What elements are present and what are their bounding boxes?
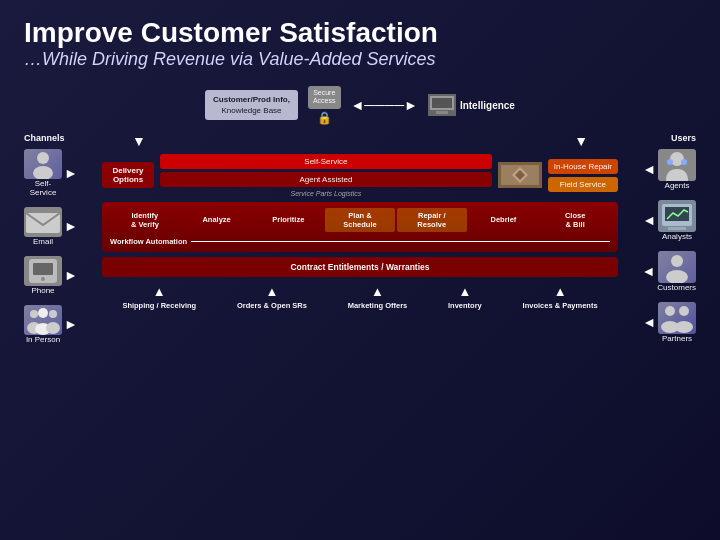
email-icon: [24, 207, 62, 237]
user-customers: ◄ Customers: [624, 251, 696, 292]
step-identify: Identify& Verify: [110, 208, 180, 232]
main-diagram: Channels Self- Service ►: [24, 133, 696, 522]
service-options-row: DeliveryOptions Self-Service Agent Assis…: [102, 154, 618, 197]
workflow-line: [191, 241, 610, 242]
step-analyze: Analyze: [182, 212, 252, 227]
slide: Improve Customer Satisfaction …While Dri…: [0, 0, 720, 540]
marketing-arrow: ▲: [371, 284, 384, 299]
step-plan: Plan &Schedule: [325, 208, 395, 232]
svg-point-26: [671, 255, 683, 267]
step-repair: Repair /Resolve: [397, 208, 467, 232]
delivery-options-label: DeliveryOptions: [102, 162, 154, 188]
agents-icon: [658, 149, 696, 181]
channel-phone: Phone ►: [24, 256, 96, 295]
inventory-arrow: ▲: [458, 284, 471, 299]
channel-in-person-label: In Person: [26, 335, 60, 344]
users-label: Users: [624, 133, 696, 143]
orders-label: Orders & Open SRs: [237, 301, 307, 310]
phone-icon: [24, 256, 62, 286]
bidirectional-arrow: ◄────►: [351, 97, 418, 113]
channel-self-service: Self- Service ►: [24, 149, 96, 197]
step-prioritize: Prioritize: [253, 212, 323, 227]
channel-self-service-label: Self- Service: [30, 179, 57, 197]
secure-access-label: Secure Access: [313, 89, 336, 104]
svg-point-15: [46, 322, 60, 334]
agent-assisted-button[interactable]: Agent Assisted: [160, 172, 492, 187]
svg-point-5: [33, 166, 53, 179]
sub-title: …While Driving Revenue via Value-Added S…: [24, 49, 696, 70]
channel-arrow-in-person: ►: [64, 316, 78, 332]
backend-shipping: ▲ Shipping / Receiving: [122, 284, 196, 310]
user-analysts: ◄ Analysts: [624, 200, 696, 241]
knowledge-base-box: Customer/Prod Info, Knowledge Base: [205, 90, 298, 120]
self-service-icon: [24, 149, 62, 179]
header-bar: Customer/Prod Info, Knowledge Base Secur…: [24, 86, 696, 125]
svg-rect-25: [668, 227, 686, 230]
channel-in-person: In Person ►: [24, 305, 96, 344]
inventory-label: Inventory: [448, 301, 482, 310]
channel-email: Email ►: [24, 207, 96, 246]
customers-arrow: ◄: [641, 263, 655, 279]
self-service-button[interactable]: Self-Service: [160, 154, 492, 169]
channels-column: Channels Self- Service ►: [24, 133, 96, 522]
step-debrief: Debrief: [469, 212, 539, 227]
vert-arrow-left: ▼: [132, 133, 146, 149]
user-agents: ◄ Agents: [624, 149, 696, 190]
svg-point-11: [38, 308, 48, 318]
svg-point-29: [679, 306, 689, 316]
invoices-label: Invoices & Payments: [523, 301, 598, 310]
users-column: Users ◄ Agents: [624, 133, 696, 522]
svg-point-9: [41, 277, 45, 281]
workflow-automation-row: Workflow Automation: [110, 237, 610, 246]
svg-point-22: [681, 159, 687, 165]
user-partners: ◄ Partners: [624, 302, 696, 343]
customers-label: Customers: [657, 283, 696, 292]
repair-options: In-House Repair Field Service: [548, 159, 618, 192]
svg-point-27: [666, 270, 688, 283]
svg-rect-8: [33, 263, 53, 275]
knowledge-base-label: Customer/Prod Info,: [213, 95, 290, 104]
svg-point-28: [665, 306, 675, 316]
center-main: ▼ ▼ DeliveryOptions Self-Service Agent A…: [102, 133, 618, 522]
analysts-arrow: ◄: [642, 212, 656, 228]
intelligence-icon: [428, 94, 456, 116]
svg-point-21: [667, 159, 673, 165]
main-title: Improve Customer Satisfaction: [24, 18, 696, 49]
backend-inventory: ▲ Inventory: [448, 284, 482, 310]
intelligence-label: Intelligence: [460, 100, 515, 111]
channel-email-label: Email: [33, 237, 53, 246]
backend-invoices: ▲ Invoices & Payments: [523, 284, 598, 310]
step-close: Close& Bill: [540, 208, 610, 232]
field-service-button[interactable]: Field Service: [548, 177, 618, 192]
marketing-label: Marketing Offers: [348, 301, 408, 310]
svg-rect-3: [436, 111, 448, 114]
svg-rect-2: [432, 98, 452, 108]
contract-entitlements-box: Contract Entitlements / Warranties: [102, 257, 618, 277]
service-parts-label: Service Parts Logistics: [160, 190, 492, 197]
shipping-label: Shipping / Receiving: [122, 301, 196, 310]
channel-arrow-phone: ►: [64, 267, 78, 283]
orders-arrow: ▲: [265, 284, 278, 299]
workflow-steps-row: Identify& Verify Analyze Prioritize Plan…: [110, 208, 610, 232]
analysts-icon: [658, 200, 696, 232]
svg-point-10: [30, 310, 38, 318]
agents-arrow: ◄: [642, 161, 656, 177]
svg-point-31: [675, 321, 693, 333]
backend-marketing: ▲ Marketing Offers: [348, 284, 408, 310]
top-vert-arrows: ▼ ▼: [102, 133, 618, 149]
channel-arrow-self-service: ►: [64, 165, 78, 181]
shipping-arrow: ▲: [153, 284, 166, 299]
svg-point-12: [49, 310, 57, 318]
channel-phone-label: Phone: [31, 286, 54, 295]
in-house-repair-button[interactable]: In-House Repair: [548, 159, 618, 174]
analysts-label: Analysts: [662, 232, 692, 241]
partners-label: Partners: [662, 334, 692, 343]
channels-label: Channels: [24, 133, 96, 143]
intelligence-area: Intelligence: [428, 94, 515, 116]
in-person-icon: [24, 305, 62, 335]
partners-arrow: ◄: [642, 314, 656, 330]
channel-arrow-email: ►: [64, 218, 78, 234]
workflow-band: Identify& Verify Analyze Prioritize Plan…: [102, 202, 618, 252]
lock-icon: 🔒: [317, 111, 332, 125]
secure-access-box: Secure Access: [308, 86, 341, 109]
